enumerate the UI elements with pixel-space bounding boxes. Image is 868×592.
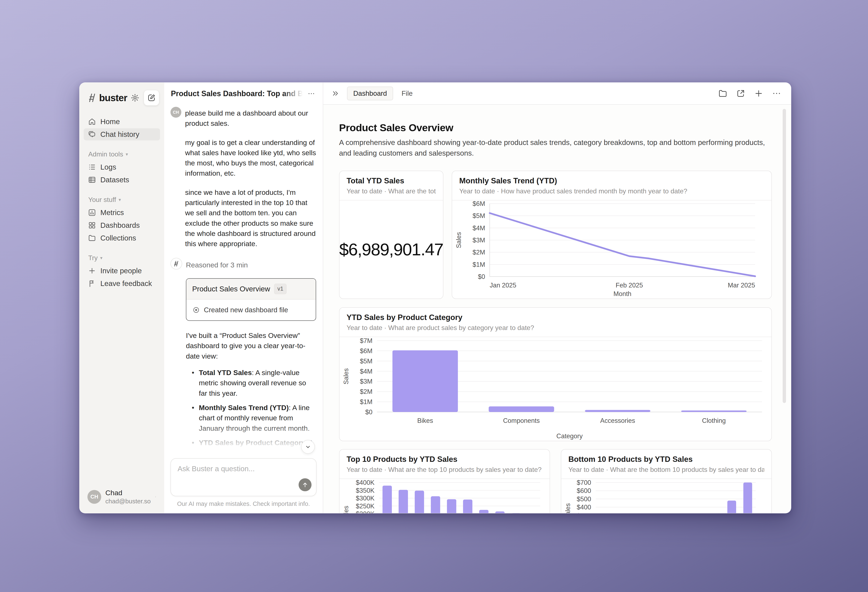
add-icon[interactable] bbox=[754, 89, 763, 98]
sidebar-item-chat-history[interactable]: Chat history bbox=[84, 128, 160, 140]
more-options-icon[interactable] bbox=[306, 89, 316, 99]
card-subtitle: Year to date · How have product sales tr… bbox=[459, 187, 764, 195]
sidebar-item-label: Leave feedback bbox=[100, 279, 152, 288]
svg-text:Feb 2025: Feb 2025 bbox=[616, 282, 643, 289]
svg-text:$400: $400 bbox=[577, 503, 591, 511]
card-title: YTD Sales by Product Category bbox=[347, 313, 764, 322]
chat-messages[interactable]: CH please build me a dashboard about our… bbox=[164, 102, 323, 457]
svg-text:$350K: $350K bbox=[356, 487, 375, 494]
dashboard-file-card[interactable]: Product Sales Overview v1 Created new da… bbox=[186, 278, 316, 321]
buster-logo-icon bbox=[87, 93, 97, 103]
sidebar-item-dashboards[interactable]: Dashboards bbox=[84, 219, 160, 231]
card-subtitle: Year to date · What are the total produ… bbox=[347, 187, 436, 195]
chevron-down-icon: ▾ bbox=[125, 152, 128, 157]
list-item: YTD Sales by Product Category: A bar cha… bbox=[186, 438, 316, 457]
scroll-to-bottom-button[interactable] bbox=[301, 440, 315, 454]
total-ytd-sales-card[interactable]: Total YTD Sales Year to date · What are … bbox=[339, 171, 443, 299]
chevron-down-icon: ▾ bbox=[118, 197, 121, 202]
response-bullet-list: Total YTD Sales: A single-value metric s… bbox=[186, 368, 316, 457]
user-message: CH please build me a dashboard about our… bbox=[170, 107, 316, 258]
more-options-icon[interactable] bbox=[772, 89, 781, 98]
chat-panel: Product Sales Dashboard: Top and Bottom … bbox=[164, 83, 323, 513]
user-profile[interactable]: CH Chad chad@buster.so bbox=[80, 489, 164, 505]
sidebar-section-admin-tools[interactable]: Admin tools ▾ bbox=[88, 151, 155, 158]
settings-gear-icon[interactable] bbox=[130, 92, 140, 103]
dashboard-scrollbar[interactable] bbox=[783, 109, 786, 403]
sidebar-item-label: Metrics bbox=[100, 208, 124, 217]
chat-input[interactable] bbox=[171, 459, 316, 496]
sidebar-section-try[interactable]: Try ▾ bbox=[88, 254, 155, 262]
svg-text:Sales: Sales bbox=[342, 506, 350, 513]
svg-text:$300K: $300K bbox=[356, 495, 375, 502]
bar-chart: $0$100$200$300$400$500$600$700Sales bbox=[561, 480, 771, 513]
svg-text:Month: Month bbox=[613, 290, 631, 297]
message-paragraph: my goal is to get a clear understanding … bbox=[185, 137, 316, 179]
chat-title: Product Sales Dashboard: Top and Bottom … bbox=[171, 89, 306, 98]
svg-text:$700: $700 bbox=[577, 480, 591, 486]
category-sales-card[interactable]: YTD Sales by Product Category Year to da… bbox=[339, 307, 772, 441]
bar-chart: $0$1M$2M$3M$4M$5M$6M$7MBikesComponentsAc… bbox=[340, 338, 771, 441]
sidebar-section-your-stuff[interactable]: Your stuff ▾ bbox=[88, 196, 155, 204]
svg-text:Sales: Sales bbox=[564, 503, 571, 513]
line-chart: $0$1M$2M$3M$4M$5M$6MJan 2025Feb 2025Mar … bbox=[452, 201, 771, 299]
sidebar-item-metrics[interactable]: Metrics bbox=[84, 207, 160, 218]
sidebar-item-datasets[interactable]: Datasets bbox=[84, 174, 160, 186]
sidebar-item-leave-feedback[interactable]: Leave feedback bbox=[84, 278, 160, 289]
tab-file[interactable]: File bbox=[395, 87, 419, 100]
reasoning-label[interactable]: Reasoned for 3 min bbox=[186, 259, 316, 271]
svg-text:$2M: $2M bbox=[360, 388, 372, 395]
dashboard-tabs: Dashboard File bbox=[347, 87, 419, 100]
svg-text:$0: $0 bbox=[478, 273, 485, 280]
folder-icon bbox=[88, 234, 96, 242]
share-icon[interactable] bbox=[736, 89, 745, 98]
new-chat-button[interactable] bbox=[144, 90, 159, 106]
file-card-status: Created new dashboard file bbox=[204, 305, 288, 315]
sidebar-item-label: Home bbox=[100, 117, 120, 126]
metrics-icon bbox=[88, 208, 96, 217]
svg-text:Bikes: Bikes bbox=[417, 417, 433, 424]
svg-text:Category: Category bbox=[557, 433, 583, 440]
sidebar: buster Home bbox=[80, 83, 164, 513]
datasets-icon bbox=[88, 176, 96, 184]
folder-icon[interactable] bbox=[718, 89, 728, 98]
svg-text:$1M: $1M bbox=[472, 261, 485, 268]
svg-text:$0: $0 bbox=[365, 409, 372, 416]
svg-text:$4M: $4M bbox=[360, 368, 372, 375]
file-card-title: Product Sales Overview bbox=[192, 284, 270, 294]
svg-text:$5M: $5M bbox=[472, 212, 485, 220]
collapse-panel-icon[interactable] bbox=[332, 89, 341, 98]
sidebar-item-home[interactable]: Home bbox=[84, 115, 160, 128]
sidebar-item-label: Datasets bbox=[100, 176, 129, 184]
monthly-sales-trend-card[interactable]: Monthly Sales Trend (YTD) Year to date ·… bbox=[452, 171, 772, 299]
svg-text:$2M: $2M bbox=[472, 249, 485, 256]
sidebar-item-logs[interactable]: Logs bbox=[84, 161, 160, 173]
list-item: Total YTD Sales: A single-value metric s… bbox=[186, 368, 316, 399]
plus-icon bbox=[88, 267, 96, 275]
dashboard-content[interactable]: Product Sales Overview A comprehensive d… bbox=[323, 105, 791, 513]
svg-text:Components: Components bbox=[503, 417, 540, 424]
profile-name: Chad bbox=[105, 489, 151, 497]
app-window: buster Home bbox=[79, 83, 791, 513]
bottom10-products-card[interactable]: Bottom 10 Products by YTD Sales Year to … bbox=[561, 449, 772, 513]
chevrons-updown-icon bbox=[155, 493, 156, 500]
card-title: Monthly Sales Trend (YTD) bbox=[459, 176, 764, 185]
home-icon bbox=[88, 117, 96, 126]
logs-icon bbox=[88, 163, 96, 171]
svg-text:$250K: $250K bbox=[356, 502, 375, 509]
tab-dashboard[interactable]: Dashboard bbox=[347, 87, 393, 100]
send-button[interactable] bbox=[298, 478, 311, 491]
svg-text:Accessories: Accessories bbox=[600, 417, 635, 424]
chat-input-box bbox=[170, 458, 316, 496]
sidebar-item-collections[interactable]: Collections bbox=[84, 232, 160, 244]
svg-text:$4M: $4M bbox=[472, 224, 485, 232]
page-subtitle: A comprehensive dashboard showing year-t… bbox=[339, 137, 772, 158]
sidebar-item-invite-people[interactable]: Invite people bbox=[84, 265, 160, 277]
top10-products-card[interactable]: Top 10 Products by YTD Sales Year to dat… bbox=[339, 449, 550, 513]
svg-text:$600: $600 bbox=[577, 487, 591, 495]
message-paragraph: please build me a dashboard about our pr… bbox=[185, 108, 316, 129]
svg-text:$6M: $6M bbox=[472, 201, 485, 207]
svg-text:$5M: $5M bbox=[360, 357, 372, 365]
chat-input-area: Our AI may make mistakes. Check importan… bbox=[164, 457, 323, 513]
svg-text:$3M: $3M bbox=[472, 236, 485, 244]
sidebar-top: buster Home bbox=[80, 89, 164, 290]
